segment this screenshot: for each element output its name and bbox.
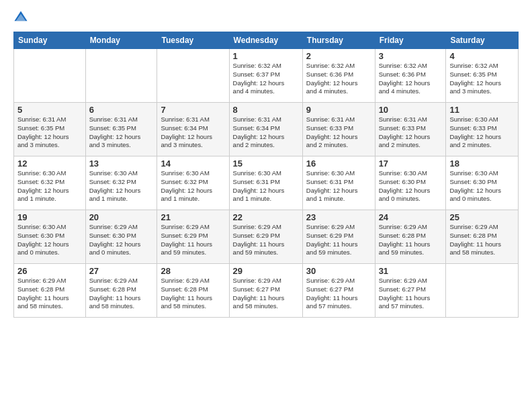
calendar-cell: 23Sunrise: 6:29 AM Sunset: 6:29 PM Dayli… — [302, 210, 375, 264]
day-info: Sunrise: 6:32 AM Sunset: 6:36 PM Dayligh… — [379, 62, 443, 96]
day-info: Sunrise: 6:30 AM Sunset: 6:31 PM Dayligh… — [233, 169, 299, 203]
day-info: Sunrise: 6:30 AM Sunset: 6:31 PM Dayligh… — [306, 169, 371, 203]
day-number: 17 — [379, 158, 443, 169]
calendar-cell: 30Sunrise: 6:29 AM Sunset: 6:27 PM Dayli… — [302, 264, 375, 318]
calendar-cell: 10Sunrise: 6:31 AM Sunset: 6:33 PM Dayli… — [375, 103, 446, 156]
day-info: Sunrise: 6:29 AM Sunset: 6:27 PM Dayligh… — [233, 277, 299, 311]
day-info: Sunrise: 6:29 AM Sunset: 6:28 PM Dayligh… — [161, 277, 225, 311]
day-number: 31 — [379, 266, 443, 276]
calendar-cell — [446, 264, 519, 318]
day-number: 21 — [161, 212, 225, 222]
calendar-cell: 4Sunrise: 6:32 AM Sunset: 6:35 PM Daylig… — [446, 49, 519, 103]
day-number: 24 — [379, 212, 443, 222]
day-info: Sunrise: 6:29 AM Sunset: 6:27 PM Dayligh… — [306, 277, 371, 311]
day-number: 19 — [17, 212, 82, 222]
day-info: Sunrise: 6:30 AM Sunset: 6:32 PM Dayligh… — [17, 169, 82, 203]
day-number: 28 — [161, 266, 225, 276]
calendar-cell: 6Sunrise: 6:31 AM Sunset: 6:35 PM Daylig… — [85, 103, 157, 156]
day-info: Sunrise: 6:31 AM Sunset: 6:33 PM Dayligh… — [306, 116, 371, 150]
day-number: 16 — [306, 158, 371, 169]
day-info: Sunrise: 6:30 AM Sunset: 6:33 PM Dayligh… — [449, 116, 515, 150]
calendar-cell — [157, 49, 229, 103]
calendar-cell: 9Sunrise: 6:31 AM Sunset: 6:33 PM Daylig… — [302, 103, 375, 156]
calendar-header-row: SundayMondayTuesdayWednesdayThursdayFrid… — [14, 32, 519, 49]
calendar-cell: 28Sunrise: 6:29 AM Sunset: 6:28 PM Dayli… — [157, 264, 229, 318]
day-number: 11 — [449, 105, 515, 115]
day-info: Sunrise: 6:29 AM Sunset: 6:28 PM Dayligh… — [17, 277, 82, 311]
calendar-cell: 17Sunrise: 6:30 AM Sunset: 6:30 PM Dayli… — [375, 156, 446, 210]
day-info: Sunrise: 6:31 AM Sunset: 6:33 PM Dayligh… — [379, 116, 443, 150]
calendar-cell: 14Sunrise: 6:30 AM Sunset: 6:32 PM Dayli… — [157, 156, 229, 210]
calendar-cell: 18Sunrise: 6:30 AM Sunset: 6:30 PM Dayli… — [446, 156, 519, 210]
day-info: Sunrise: 6:32 AM Sunset: 6:36 PM Dayligh… — [306, 62, 371, 96]
calendar-cell: 24Sunrise: 6:29 AM Sunset: 6:28 PM Dayli… — [375, 210, 446, 264]
calendar-week-4: 26Sunrise: 6:29 AM Sunset: 6:28 PM Dayli… — [14, 264, 519, 318]
logo-icon — [13, 10, 28, 25]
day-number: 18 — [449, 158, 515, 169]
day-info: Sunrise: 6:29 AM Sunset: 6:28 PM Dayligh… — [449, 223, 515, 257]
day-number: 2 — [306, 51, 371, 61]
calendar-cell: 22Sunrise: 6:29 AM Sunset: 6:29 PM Dayli… — [229, 210, 302, 264]
day-info: Sunrise: 6:29 AM Sunset: 6:29 PM Dayligh… — [161, 223, 225, 257]
calendar-cell: 26Sunrise: 6:29 AM Sunset: 6:28 PM Dayli… — [14, 264, 86, 318]
day-info: Sunrise: 6:31 AM Sunset: 6:35 PM Dayligh… — [17, 116, 82, 150]
day-info: Sunrise: 6:30 AM Sunset: 6:30 PM Dayligh… — [379, 169, 443, 203]
day-info: Sunrise: 6:29 AM Sunset: 6:30 PM Dayligh… — [89, 223, 154, 257]
day-info: Sunrise: 6:29 AM Sunset: 6:29 PM Dayligh… — [306, 223, 371, 257]
day-number: 29 — [233, 266, 299, 276]
calendar-cell: 21Sunrise: 6:29 AM Sunset: 6:29 PM Dayli… — [157, 210, 229, 264]
day-number: 6 — [89, 105, 154, 115]
day-info: Sunrise: 6:31 AM Sunset: 6:35 PM Dayligh… — [89, 116, 154, 150]
day-info: Sunrise: 6:30 AM Sunset: 6:32 PM Dayligh… — [89, 169, 154, 203]
day-number: 30 — [306, 266, 371, 276]
calendar-week-2: 12Sunrise: 6:30 AM Sunset: 6:32 PM Dayli… — [14, 156, 519, 210]
calendar-cell: 31Sunrise: 6:29 AM Sunset: 6:27 PM Dayli… — [375, 264, 446, 318]
calendar-cell: 13Sunrise: 6:30 AM Sunset: 6:32 PM Dayli… — [85, 156, 157, 210]
day-number: 8 — [233, 105, 299, 115]
day-number: 22 — [233, 212, 299, 222]
calendar-header-tuesday: Tuesday — [157, 32, 229, 49]
calendar-cell — [14, 49, 86, 103]
day-number: 12 — [17, 158, 82, 169]
day-info: Sunrise: 6:29 AM Sunset: 6:27 PM Dayligh… — [379, 277, 443, 311]
calendar-header-monday: Monday — [85, 32, 157, 49]
day-number: 20 — [89, 212, 154, 222]
calendar-cell: 2Sunrise: 6:32 AM Sunset: 6:36 PM Daylig… — [302, 49, 375, 103]
day-info: Sunrise: 6:31 AM Sunset: 6:34 PM Dayligh… — [233, 116, 299, 150]
calendar-cell — [85, 49, 157, 103]
calendar-cell: 7Sunrise: 6:31 AM Sunset: 6:34 PM Daylig… — [157, 103, 229, 156]
day-number: 1 — [233, 51, 299, 61]
calendar-cell: 12Sunrise: 6:30 AM Sunset: 6:32 PM Dayli… — [14, 156, 86, 210]
calendar-cell: 25Sunrise: 6:29 AM Sunset: 6:28 PM Dayli… — [446, 210, 519, 264]
logo — [13, 10, 31, 25]
header — [13, 10, 519, 25]
day-number: 7 — [161, 105, 225, 115]
calendar-week-0: 1Sunrise: 6:32 AM Sunset: 6:37 PM Daylig… — [14, 49, 519, 103]
day-number: 14 — [161, 158, 225, 169]
calendar-cell: 5Sunrise: 6:31 AM Sunset: 6:35 PM Daylig… — [14, 103, 86, 156]
calendar-cell: 1Sunrise: 6:32 AM Sunset: 6:37 PM Daylig… — [229, 49, 302, 103]
calendar-cell: 8Sunrise: 6:31 AM Sunset: 6:34 PM Daylig… — [229, 103, 302, 156]
day-number: 4 — [449, 51, 515, 61]
day-number: 5 — [17, 105, 82, 115]
day-info: Sunrise: 6:32 AM Sunset: 6:35 PM Dayligh… — [449, 62, 515, 96]
calendar-header-wednesday: Wednesday — [229, 32, 302, 49]
day-number: 15 — [233, 158, 299, 169]
calendar-cell: 3Sunrise: 6:32 AM Sunset: 6:36 PM Daylig… — [375, 49, 446, 103]
calendar-header-saturday: Saturday — [446, 32, 519, 49]
calendar-week-3: 19Sunrise: 6:30 AM Sunset: 6:30 PM Dayli… — [14, 210, 519, 264]
day-number: 3 — [379, 51, 443, 61]
calendar-cell: 11Sunrise: 6:30 AM Sunset: 6:33 PM Dayli… — [446, 103, 519, 156]
calendar-header-sunday: Sunday — [14, 32, 86, 49]
day-info: Sunrise: 6:32 AM Sunset: 6:37 PM Dayligh… — [233, 62, 299, 96]
day-number: 27 — [89, 266, 154, 276]
calendar-cell: 29Sunrise: 6:29 AM Sunset: 6:27 PM Dayli… — [229, 264, 302, 318]
day-info: Sunrise: 6:30 AM Sunset: 6:30 PM Dayligh… — [449, 169, 515, 203]
day-number: 13 — [89, 158, 154, 169]
calendar-cell: 16Sunrise: 6:30 AM Sunset: 6:31 PM Dayli… — [302, 156, 375, 210]
calendar-cell: 27Sunrise: 6:29 AM Sunset: 6:28 PM Dayli… — [85, 264, 157, 318]
day-info: Sunrise: 6:29 AM Sunset: 6:29 PM Dayligh… — [233, 223, 299, 257]
calendar-cell: 19Sunrise: 6:30 AM Sunset: 6:30 PM Dayli… — [14, 210, 86, 264]
calendar-table: SundayMondayTuesdayWednesdayThursdayFrid… — [13, 32, 519, 318]
calendar-cell: 20Sunrise: 6:29 AM Sunset: 6:30 PM Dayli… — [85, 210, 157, 264]
